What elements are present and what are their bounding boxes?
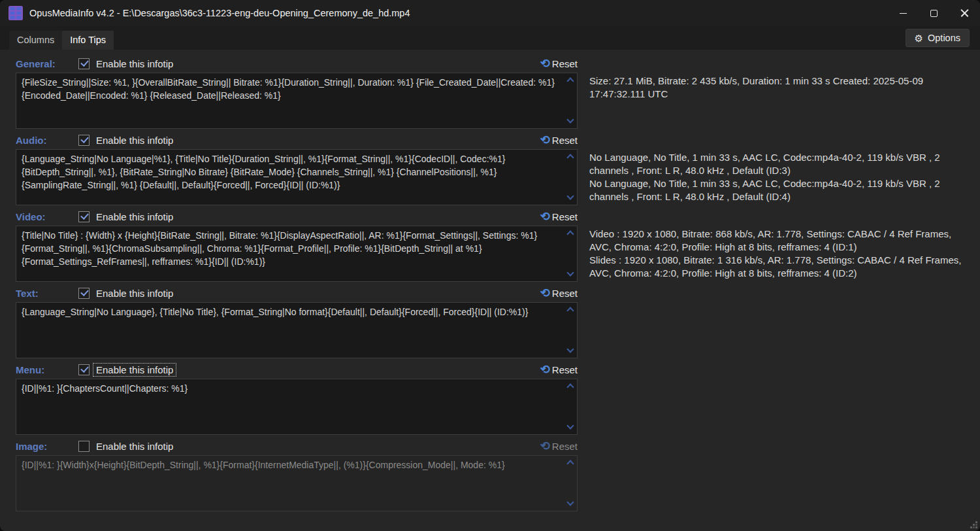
scrollbar-down-icon[interactable]: [567, 347, 574, 354]
template-text: {ID||%1: }{ChaptersCount||Chapters: %1}: [22, 383, 188, 394]
enable-infotip-label: Enable this infotip: [94, 364, 175, 375]
section-row-image: Image: Enable this infotip ⟲ Reset {ID||…: [16, 438, 970, 511]
section-label: Image:: [16, 441, 78, 452]
enable-infotip-label: Enable this infotip: [94, 135, 175, 146]
checkbox-icon[interactable]: [78, 441, 90, 452]
infotip-template-textarea[interactable]: {Title|No Title} : {Width} x {Height}{Bi…: [16, 226, 578, 282]
reset-icon: ⟲: [540, 364, 550, 375]
section-label: Menu:: [16, 364, 78, 375]
options-button-label: Options: [928, 33, 960, 43]
scrollbar-down-icon[interactable]: [567, 118, 574, 124]
reset-button[interactable]: ⟲ Reset: [540, 440, 578, 452]
section-row-audio: Audio: Enable this infotip ⟲ Reset {Lang…: [16, 132, 970, 205]
close-button[interactable]: [949, 0, 980, 26]
scrollbar-up-icon[interactable]: [567, 460, 574, 466]
options-button[interactable]: ⚙ Options: [906, 29, 970, 47]
enable-infotip-label: Enable this infotip: [94, 288, 175, 299]
enable-infotip-label: Enable this infotip: [94, 441, 175, 452]
scrollbar-down-icon[interactable]: [567, 424, 574, 430]
section-row-general: General: Enable this infotip ⟲ Reset {Fi…: [16, 56, 970, 129]
reset-button[interactable]: ⟲ Reset: [540, 211, 578, 222]
infotip-preview-text: No Language, No Title, 1 min 33 s, AAC L…: [589, 151, 970, 203]
section-label: Audio:: [16, 135, 78, 146]
infotips-panel: General: Enable this infotip ⟲ Reset {Fi…: [0, 50, 980, 511]
scrollbar-up-icon[interactable]: [567, 307, 574, 313]
section-row-video: Video: Enable this infotip ⟲ Reset {Titl…: [16, 209, 970, 282]
reset-icon: ⟲: [540, 58, 550, 69]
close-icon: [960, 9, 969, 18]
checkbox-icon[interactable]: [78, 211, 90, 222]
window-title: OpusMediaInfo v4.2 - E:\Descargas\36c3-1…: [29, 8, 410, 18]
checkbox-icon[interactable]: [78, 135, 90, 146]
maximize-icon: [930, 10, 938, 17]
section-label: Text:: [16, 288, 78, 299]
tab-columns[interactable]: Columns: [9, 31, 62, 50]
reset-icon: ⟲: [540, 211, 550, 222]
reset-icon: ⟲: [540, 440, 550, 452]
tab-bar: Columns Info Tips ⚙ Options: [0, 26, 980, 50]
enable-infotip-checkbox[interactable]: Enable this infotip: [78, 364, 175, 375]
infotip-template-textarea[interactable]: {FileSize_String||Size: %1, }{OverallBit…: [16, 73, 578, 129]
maximize-button[interactable]: [919, 0, 949, 26]
reset-label: Reset: [552, 211, 578, 222]
scrollbar-down-icon[interactable]: [567, 194, 574, 201]
infotip-template-textarea[interactable]: {ID||%1: }{Width}x{Height}{BitDepth_Stri…: [16, 455, 578, 511]
reset-button[interactable]: ⟲ Reset: [540, 58, 578, 69]
checkbox-icon[interactable]: [78, 288, 90, 299]
scrollbar-down-icon[interactable]: [567, 500, 574, 507]
scrollbar-up-icon[interactable]: [567, 383, 574, 390]
enable-infotip-checkbox[interactable]: Enable this infotip: [78, 58, 175, 69]
enable-infotip-checkbox[interactable]: Enable this infotip: [78, 441, 175, 452]
section-row-menu: Menu: Enable this infotip ⟲ Reset {ID||%…: [16, 362, 970, 435]
enable-infotip-checkbox[interactable]: Enable this infotip: [78, 135, 175, 146]
template-text: {FileSize_String||Size: %1, }{OverallBit…: [22, 77, 555, 101]
section-label: Video:: [16, 211, 78, 222]
infotip-template-textarea[interactable]: {Language_String|No Language|%1}, {Title…: [16, 149, 578, 205]
reset-label: Reset: [552, 288, 578, 299]
app-icon: [8, 6, 23, 20]
tab-info-tips[interactable]: Info Tips: [62, 31, 114, 50]
app-window: OpusMediaInfo v4.2 - E:\Descargas\36c3-1…: [0, 0, 980, 531]
reset-label: Reset: [552, 135, 578, 146]
reset-button[interactable]: ⟲ Reset: [540, 287, 578, 299]
infotip-template-textarea[interactable]: {ID||%1: }{ChaptersCount||Chapters: %1}: [16, 379, 578, 435]
template-text: {ID||%1: }{Width}x{Height}{BitDepth_Stri…: [22, 460, 505, 470]
resize-grip[interactable]: [968, 519, 977, 528]
checkbox-icon[interactable]: [78, 364, 90, 375]
section-label: General:: [16, 58, 78, 69]
reset-icon: ⟲: [540, 287, 550, 299]
gear-icon: ⚙: [915, 33, 923, 43]
titlebar[interactable]: OpusMediaInfo v4.2 - E:\Descargas\36c3-1…: [0, 0, 980, 26]
enable-infotip-label: Enable this infotip: [94, 58, 175, 69]
template-text: {Language_String|No Language}, {Title|No…: [22, 307, 528, 317]
infotip-preview-text: Video : 1920 x 1080, Bitrate: 868 kb/s, …: [589, 228, 970, 280]
minimize-icon: [900, 13, 907, 14]
enable-infotip-checkbox[interactable]: Enable this infotip: [78, 211, 175, 222]
reset-label: Reset: [552, 58, 578, 69]
infotip-template-textarea[interactable]: {Language_String|No Language}, {Title|No…: [16, 302, 578, 358]
scrollbar-up-icon[interactable]: [567, 154, 574, 160]
infotip-preview-text: Size: 27.1 MiB, Bitrate: 2 435 kb/s, Dur…: [589, 75, 970, 101]
section-row-text: Text: Enable this infotip ⟲ Reset {Langu…: [16, 285, 970, 358]
checkbox-icon[interactable]: [78, 58, 90, 69]
enable-infotip-checkbox[interactable]: Enable this infotip: [78, 288, 175, 299]
template-text: {Language_String|No Language|%1}, {Title…: [22, 154, 505, 190]
reset-label: Reset: [552, 441, 578, 452]
reset-button[interactable]: ⟲ Reset: [540, 364, 578, 375]
scrollbar-up-icon[interactable]: [567, 77, 574, 84]
enable-infotip-label: Enable this infotip: [94, 211, 175, 222]
reset-icon: ⟲: [540, 134, 550, 146]
minimize-button[interactable]: [888, 0, 919, 26]
scrollbar-down-icon[interactable]: [567, 271, 574, 277]
template-text: {Title|No Title} : {Width} x {Height}{Bi…: [22, 230, 537, 267]
scrollbar-up-icon[interactable]: [567, 230, 574, 237]
reset-button[interactable]: ⟲ Reset: [540, 134, 578, 146]
reset-label: Reset: [552, 364, 578, 375]
